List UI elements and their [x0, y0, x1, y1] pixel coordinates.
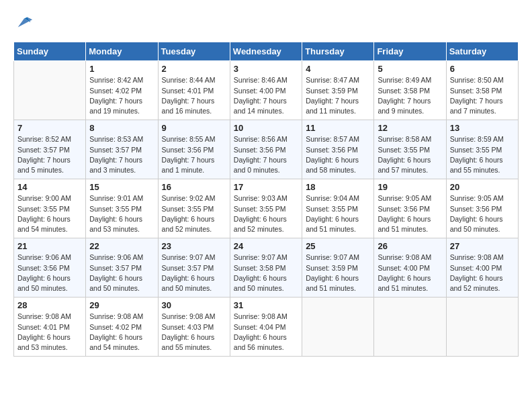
logo-bird-icon	[15, 13, 34, 32]
day-number: 7	[17, 123, 82, 133]
day-number: 26	[378, 241, 442, 251]
day-number: 24	[234, 241, 298, 251]
weekday-header-row: SundayMondayTuesdayWednesdayThursdayFrid…	[14, 42, 519, 61]
calendar-day-cell	[446, 298, 518, 357]
day-info: Sunrise: 8:47 AM Sunset: 3:59 PM Dayligh…	[306, 75, 370, 116]
day-info: Sunrise: 8:55 AM Sunset: 3:56 PM Dayligh…	[162, 134, 226, 175]
day-number: 28	[17, 300, 82, 310]
day-info: Sunrise: 8:49 AM Sunset: 3:58 PM Dayligh…	[378, 75, 442, 116]
calendar-day-cell: 26 Sunrise: 9:08 AM Sunset: 4:00 PM Dayl…	[374, 238, 446, 298]
day-info: Sunrise: 9:07 AM Sunset: 3:58 PM Dayligh…	[234, 253, 298, 293]
day-number: 11	[306, 123, 370, 133]
page-header	[13, 13, 519, 35]
day-info: Sunrise: 8:57 AM Sunset: 3:56 PM Dayligh…	[306, 134, 370, 175]
weekday-header-cell: Friday	[374, 42, 446, 61]
calendar-day-cell	[302, 298, 374, 357]
day-info: Sunrise: 8:58 AM Sunset: 3:55 PM Dayligh…	[378, 134, 442, 175]
day-number: 25	[306, 241, 370, 251]
day-info: Sunrise: 9:08 AM Sunset: 4:01 PM Dayligh…	[17, 312, 82, 353]
logo	[13, 13, 34, 35]
calendar-day-cell: 5 Sunrise: 8:49 AM Sunset: 3:58 PM Dayli…	[374, 61, 446, 120]
calendar-day-cell: 12 Sunrise: 8:58 AM Sunset: 3:55 PM Dayl…	[374, 120, 446, 179]
calendar-week-row: 7 Sunrise: 8:52 AM Sunset: 3:57 PM Dayli…	[14, 120, 519, 179]
day-info: Sunrise: 9:06 AM Sunset: 3:56 PM Dayligh…	[17, 253, 82, 293]
day-number: 29	[89, 300, 154, 310]
calendar-day-cell: 3 Sunrise: 8:46 AM Sunset: 4:00 PM Dayli…	[230, 61, 302, 120]
day-number: 5	[378, 64, 442, 74]
calendar-day-cell: 31 Sunrise: 9:08 AM Sunset: 4:04 PM Dayl…	[230, 298, 302, 357]
day-number: 18	[306, 182, 370, 192]
calendar-day-cell: 7 Sunrise: 8:52 AM Sunset: 3:57 PM Dayli…	[14, 120, 86, 179]
day-info: Sunrise: 8:46 AM Sunset: 4:00 PM Dayligh…	[234, 75, 298, 116]
day-number: 16	[162, 182, 226, 192]
day-number: 13	[450, 123, 515, 133]
calendar-day-cell: 20 Sunrise: 9:05 AM Sunset: 3:56 PM Dayl…	[446, 179, 518, 238]
calendar-table: SundayMondayTuesdayWednesdayThursdayFrid…	[13, 42, 519, 357]
day-info: Sunrise: 8:50 AM Sunset: 3:58 PM Dayligh…	[450, 75, 515, 116]
day-number: 1	[89, 64, 154, 74]
day-number: 19	[378, 182, 442, 192]
calendar-day-cell	[14, 61, 86, 120]
calendar-day-cell: 9 Sunrise: 8:55 AM Sunset: 3:56 PM Dayli…	[158, 120, 230, 179]
calendar-day-cell: 24 Sunrise: 9:07 AM Sunset: 3:58 PM Dayl…	[230, 238, 302, 298]
day-info: Sunrise: 9:08 AM Sunset: 4:02 PM Dayligh…	[89, 312, 154, 353]
day-info: Sunrise: 8:42 AM Sunset: 4:02 PM Dayligh…	[89, 75, 154, 116]
day-number: 10	[234, 123, 298, 133]
weekday-header-cell: Sunday	[14, 42, 86, 61]
day-number: 22	[89, 241, 154, 251]
calendar-day-cell: 23 Sunrise: 9:07 AM Sunset: 3:57 PM Dayl…	[158, 238, 230, 298]
day-info: Sunrise: 9:07 AM Sunset: 3:59 PM Dayligh…	[306, 253, 370, 293]
calendar-day-cell: 17 Sunrise: 9:03 AM Sunset: 3:55 PM Dayl…	[230, 179, 302, 238]
day-number: 15	[89, 182, 154, 192]
day-info: Sunrise: 8:52 AM Sunset: 3:57 PM Dayligh…	[17, 134, 82, 175]
calendar-week-row: 28 Sunrise: 9:08 AM Sunset: 4:01 PM Dayl…	[14, 298, 519, 357]
calendar-day-cell: 29 Sunrise: 9:08 AM Sunset: 4:02 PM Dayl…	[86, 298, 158, 357]
calendar-week-row: 14 Sunrise: 9:00 AM Sunset: 3:55 PM Dayl…	[14, 179, 519, 238]
day-number: 3	[234, 64, 298, 74]
calendar-day-cell: 10 Sunrise: 8:56 AM Sunset: 3:56 PM Dayl…	[230, 120, 302, 179]
calendar-day-cell: 27 Sunrise: 9:08 AM Sunset: 4:00 PM Dayl…	[446, 238, 518, 298]
day-number: 20	[450, 182, 515, 192]
calendar-day-cell: 4 Sunrise: 8:47 AM Sunset: 3:59 PM Dayli…	[302, 61, 374, 120]
calendar-body: 1 Sunrise: 8:42 AM Sunset: 4:02 PM Dayli…	[14, 61, 519, 357]
weekday-header-cell: Saturday	[446, 42, 518, 61]
day-info: Sunrise: 8:44 AM Sunset: 4:01 PM Dayligh…	[162, 75, 226, 116]
day-number: 23	[162, 241, 226, 251]
day-info: Sunrise: 9:07 AM Sunset: 3:57 PM Dayligh…	[162, 253, 226, 293]
calendar-day-cell: 22 Sunrise: 9:06 AM Sunset: 3:57 PM Dayl…	[86, 238, 158, 298]
day-info: Sunrise: 9:00 AM Sunset: 3:55 PM Dayligh…	[17, 193, 82, 234]
calendar-day-cell: 25 Sunrise: 9:07 AM Sunset: 3:59 PM Dayl…	[302, 238, 374, 298]
calendar-day-cell: 1 Sunrise: 8:42 AM Sunset: 4:02 PM Dayli…	[86, 61, 158, 120]
day-number: 4	[306, 64, 370, 74]
day-number: 2	[162, 64, 226, 74]
day-info: Sunrise: 9:08 AM Sunset: 4:00 PM Dayligh…	[378, 253, 442, 293]
day-info: Sunrise: 9:08 AM Sunset: 4:03 PM Dayligh…	[162, 312, 226, 353]
calendar-day-cell: 14 Sunrise: 9:00 AM Sunset: 3:55 PM Dayl…	[14, 179, 86, 238]
day-number: 9	[162, 123, 226, 133]
weekday-header-cell: Monday	[86, 42, 158, 61]
weekday-header-cell: Tuesday	[158, 42, 230, 61]
calendar-day-cell: 8 Sunrise: 8:53 AM Sunset: 3:57 PM Dayli…	[86, 120, 158, 179]
day-number: 31	[234, 300, 298, 310]
day-info: Sunrise: 9:02 AM Sunset: 3:55 PM Dayligh…	[162, 193, 226, 234]
calendar-day-cell: 18 Sunrise: 9:04 AM Sunset: 3:55 PM Dayl…	[302, 179, 374, 238]
calendar-day-cell: 16 Sunrise: 9:02 AM Sunset: 3:55 PM Dayl…	[158, 179, 230, 238]
calendar-day-cell	[374, 298, 446, 357]
day-info: Sunrise: 8:53 AM Sunset: 3:57 PM Dayligh…	[89, 134, 154, 175]
day-info: Sunrise: 9:05 AM Sunset: 3:56 PM Dayligh…	[450, 193, 515, 234]
day-number: 17	[234, 182, 298, 192]
calendar-day-cell: 11 Sunrise: 8:57 AM Sunset: 3:56 PM Dayl…	[302, 120, 374, 179]
day-number: 6	[450, 64, 515, 74]
day-info: Sunrise: 9:08 AM Sunset: 4:04 PM Dayligh…	[234, 312, 298, 353]
calendar-day-cell: 6 Sunrise: 8:50 AM Sunset: 3:58 PM Dayli…	[446, 61, 518, 120]
logo-text	[13, 13, 34, 35]
day-number: 8	[89, 123, 154, 133]
calendar-day-cell: 19 Sunrise: 9:05 AM Sunset: 3:56 PM Dayl…	[374, 179, 446, 238]
calendar-day-cell: 21 Sunrise: 9:06 AM Sunset: 3:56 PM Dayl…	[14, 238, 86, 298]
day-info: Sunrise: 9:01 AM Sunset: 3:55 PM Dayligh…	[89, 193, 154, 234]
day-number: 30	[162, 300, 226, 310]
calendar-day-cell: 2 Sunrise: 8:44 AM Sunset: 4:01 PM Dayli…	[158, 61, 230, 120]
day-number: 12	[378, 123, 442, 133]
weekday-header-cell: Thursday	[302, 42, 374, 61]
calendar-day-cell: 15 Sunrise: 9:01 AM Sunset: 3:55 PM Dayl…	[86, 179, 158, 238]
